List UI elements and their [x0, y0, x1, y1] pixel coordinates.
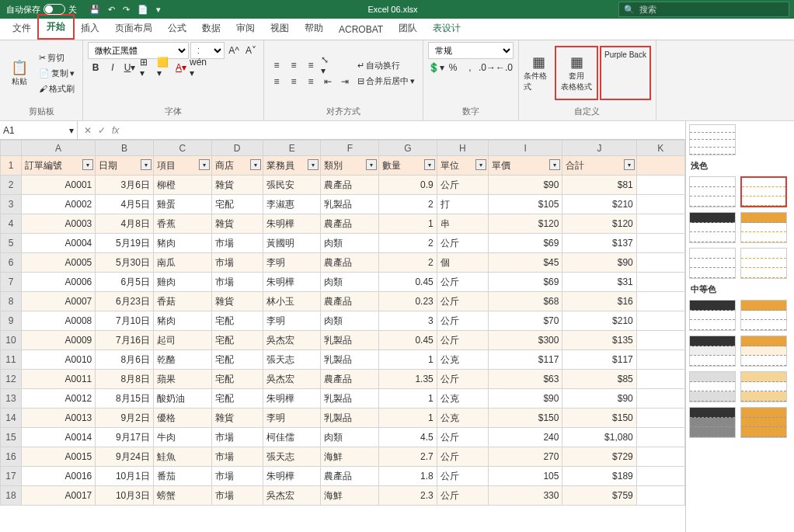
qat-dropdown-icon[interactable]: ▾ — [156, 5, 161, 15]
style-swatch[interactable] — [689, 176, 736, 207]
wrap-text-button[interactable]: ↵ 自动换行 — [354, 58, 418, 73]
style-swatch[interactable] — [740, 212, 787, 243]
fill-color-icon[interactable]: 🟨 ▾ — [156, 60, 172, 75]
currency-icon[interactable]: 💲▾ — [428, 60, 444, 75]
name-box[interactable]: A1 ▾ — [0, 121, 78, 139]
style-swatch[interactable] — [740, 336, 787, 367]
row-header[interactable]: 9 — [1, 311, 22, 331]
style-swatch[interactable] — [740, 407, 787, 438]
table-header-cell[interactable]: 業務員▾ — [263, 156, 321, 176]
align-middle-icon[interactable]: ≡ — [286, 57, 301, 73]
row-header[interactable]: 3 — [1, 195, 22, 214]
style-swatch[interactable] — [740, 300, 787, 331]
tab-data[interactable]: 数据 — [194, 17, 228, 40]
style-swatch[interactable] — [740, 371, 787, 402]
table-row[interactable]: 17 A001610月1日番茄 市場朱明樺農產品 1.8公斤105 $189 — [1, 467, 685, 486]
row-header[interactable]: 6 — [1, 253, 22, 273]
table-row[interactable]: 18 A001710月3日螃蟹 市場吳杰宏海鮮 2.3公斤330 $759 — [1, 486, 685, 506]
tab-layout[interactable]: 页面布局 — [107, 17, 160, 40]
column-header[interactable]: I — [489, 141, 562, 156]
percent-icon[interactable]: % — [445, 60, 461, 75]
table-row[interactable]: 7 A00066月5日雞肉 市場朱明樺肉類 0.45公斤$69 $31 — [1, 273, 685, 292]
column-header[interactable]: C — [153, 141, 211, 156]
row-header[interactable]: 7 — [1, 273, 22, 292]
comma-icon[interactable]: , — [462, 60, 478, 75]
tab-review[interactable]: 审阅 — [228, 17, 263, 40]
table-header-cell[interactable]: 類別▾ — [321, 156, 379, 176]
table-row[interactable]: 13 A00128月15日酸奶油 宅配朱明樺乳製品 1公克$90 $90 — [1, 389, 685, 409]
filter-icon[interactable]: ▾ — [424, 159, 435, 170]
align-bottom-icon[interactable]: ≡ — [303, 57, 319, 73]
enter-icon[interactable]: ✓ — [98, 125, 106, 136]
table-row[interactable]: 10 A00097月16日起司 宅配吳杰宏乳製品 0.45公斤$300 $135 — [1, 331, 685, 350]
align-top-icon[interactable]: ≡ — [269, 57, 284, 73]
row-header[interactable]: 5 — [1, 234, 22, 253]
save-icon[interactable]: 💾 — [89, 5, 100, 15]
row-header[interactable]: 14 — [1, 409, 22, 428]
table-row[interactable]: 14 A00139月2日優格 雜貨李明乳製品 1公克$150 $150 — [1, 409, 685, 428]
filter-icon[interactable]: ▾ — [141, 159, 151, 170]
row-header[interactable]: 8 — [1, 292, 22, 311]
table-row[interactable]: 3 A00024月5日雞蛋 宅配李淑惠乳製品 2打$105 $210 — [1, 195, 685, 214]
filter-icon[interactable]: ▾ — [82, 159, 93, 170]
table-row[interactable]: 6 A00055月30日南瓜 市場李明農產品 2個$45 $90 — [1, 253, 685, 273]
decrease-decimal-icon[interactable]: ←.0 — [496, 60, 512, 75]
table-header-cell[interactable]: 單位▾ — [437, 156, 488, 176]
table-header-cell[interactable]: 數量▾ — [379, 156, 437, 176]
cell-style-purple[interactable]: Purple Back — [604, 50, 646, 59]
filter-icon[interactable]: ▾ — [308, 159, 319, 170]
table-row[interactable]: 9 A00087月10日豬肉 宅配李明肉類 3公斤$70 $210 — [1, 311, 685, 331]
fx-icon[interactable]: fx — [112, 125, 119, 136]
worksheet-grid[interactable]: ABCDEFGHIJK 1訂單編號▾日期▾項目▾商店▾業務員▾類別▾數量▾單位▾… — [0, 140, 685, 532]
table-row[interactable]: 12 A00118月8日蘋果 宅配吳杰宏農產品 1.35公斤$63 $85 — [1, 370, 685, 389]
cut-button[interactable]: ✂ 剪切 — [36, 50, 78, 65]
cancel-icon[interactable]: ✕ — [84, 125, 92, 136]
filter-icon[interactable]: ▾ — [624, 159, 635, 170]
table-row[interactable]: 2 A00013月6日柳橙 雜貨張民安農產品 0.9公斤$90 $81 — [1, 176, 685, 195]
row-header[interactable]: 11 — [1, 350, 22, 370]
style-swatch[interactable] — [689, 336, 736, 367]
column-header[interactable]: A — [21, 141, 95, 156]
table-row[interactable]: 5 A00045月19日豬肉 市場黃國明肉類 2公斤$69 $137 — [1, 234, 685, 253]
column-header[interactable]: E — [263, 141, 321, 156]
toggle-icon[interactable] — [44, 4, 65, 15]
table-row[interactable]: 16 A00159月24日鮭魚 市場張天志海鮮 2.7公斤270 $729 — [1, 447, 685, 467]
filter-icon[interactable]: ▾ — [250, 159, 261, 170]
style-swatch-selected[interactable] — [740, 176, 787, 207]
row-header[interactable]: 15 — [1, 428, 22, 447]
table-header-cell[interactable]: 項目▾ — [153, 156, 211, 176]
tab-formulas[interactable]: 公式 — [160, 17, 194, 40]
table-row[interactable]: 11 A00108月6日乾酪 宅配張天志乳製品 1公克$117 $117 — [1, 350, 685, 370]
table-header-cell[interactable]: 商店▾ — [211, 156, 263, 176]
style-swatch[interactable] — [689, 124, 736, 155]
row-header[interactable]: 17 — [1, 467, 22, 486]
select-all-corner[interactable] — [1, 141, 22, 156]
table-header-cell[interactable]: 合計▾ — [562, 156, 636, 176]
row-header[interactable]: 1 — [1, 156, 22, 176]
column-header[interactable]: K — [636, 141, 684, 156]
row-header[interactable]: 4 — [1, 214, 22, 234]
column-header[interactable]: B — [96, 141, 154, 156]
phonetic-icon[interactable]: wén ▾ — [190, 60, 206, 75]
increase-font-icon[interactable]: A^ — [226, 43, 242, 58]
format-as-table-button[interactable]: ▦ 套用 表格格式 — [555, 46, 598, 100]
touch-icon[interactable]: 📄 — [138, 5, 148, 15]
decrease-font-icon[interactable]: A˅ — [243, 43, 259, 58]
font-name-select[interactable]: 微軟正黑體 — [88, 42, 189, 59]
undo-icon[interactable]: ↶ — [108, 5, 115, 15]
table-row[interactable]: 15 A00149月17日牛肉 市場柯佳儒肉類 4.5公斤240 $1,080 — [1, 428, 685, 447]
filter-icon[interactable]: ▾ — [199, 159, 210, 170]
copy-button[interactable]: 📄 复制 ▾ — [36, 66, 78, 81]
column-header[interactable]: F — [321, 141, 379, 156]
paste-button[interactable]: 📋 粘贴 — [5, 58, 34, 88]
tab-insert[interactable]: 插入 — [73, 17, 107, 40]
tab-file[interactable]: 文件 — [5, 17, 39, 40]
align-center-icon[interactable]: ≡ — [286, 74, 301, 89]
bold-icon[interactable]: B — [88, 60, 103, 75]
style-swatch[interactable] — [689, 212, 736, 243]
row-header[interactable]: 18 — [1, 486, 22, 506]
style-swatch[interactable] — [689, 248, 736, 279]
table-header-cell[interactable]: 訂單編號▾ — [21, 156, 95, 176]
row-header[interactable]: 2 — [1, 176, 22, 195]
border-icon[interactable]: ⊞ ▾ — [139, 60, 155, 75]
